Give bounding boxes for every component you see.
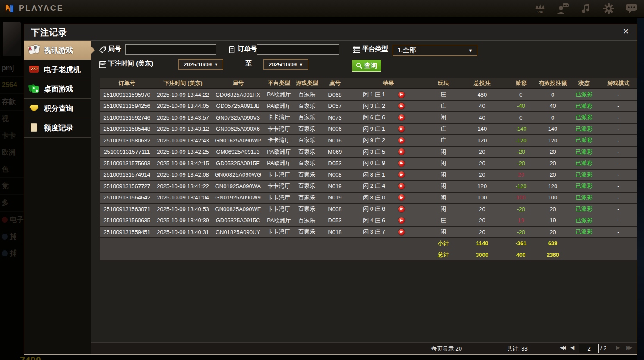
platform-select[interactable]: 1.全部 ▼ bbox=[393, 45, 477, 56]
table-row: 2510091315942562025-10-09 13:44:05GD0572… bbox=[100, 101, 637, 113]
cell-play: 闲 bbox=[427, 194, 460, 202]
round-input[interactable] bbox=[125, 44, 216, 55]
search-button[interactable]: 查询 bbox=[352, 60, 381, 72]
cell-valid: 19 bbox=[537, 217, 569, 224]
round-label: 局号 bbox=[108, 45, 121, 53]
column-header: 游戏类型 bbox=[294, 79, 320, 87]
replay-video-icon[interactable] bbox=[398, 103, 405, 109]
total-total-bet: 3000 bbox=[460, 252, 505, 258]
column-header: 派彩 bbox=[505, 79, 537, 87]
cell-game: 百家乐 bbox=[294, 102, 320, 110]
replay-video-icon[interactable] bbox=[398, 126, 405, 132]
sidebar-item-label: 电子老虎机 bbox=[44, 65, 81, 75]
cell-valid: 20 bbox=[537, 171, 569, 178]
cell-game: 百家乐 bbox=[294, 91, 320, 98]
sidebar-item[interactable]: 视讯游戏 bbox=[24, 41, 91, 60]
cell-order: 251009131575693 bbox=[100, 160, 154, 167]
sidebar-item[interactable]: 积分查询 bbox=[24, 99, 91, 118]
replay-video-icon[interactable] bbox=[398, 229, 405, 235]
cell-valid: 20 bbox=[537, 206, 569, 212]
doc-icon bbox=[28, 123, 40, 133]
cell-status: 已派彩 bbox=[569, 114, 600, 121]
sidebar-item-label: 桌面游戏 bbox=[44, 84, 73, 94]
cell-payout: -20 bbox=[505, 229, 537, 235]
column-header: 玩法 bbox=[427, 79, 460, 87]
support-icon[interactable] bbox=[556, 2, 569, 15]
replay-video-icon[interactable] bbox=[398, 194, 405, 201]
next-page-icon[interactable]: ▶ bbox=[616, 344, 620, 351]
close-icon[interactable]: × bbox=[620, 26, 631, 37]
cell-mode: - bbox=[600, 103, 637, 109]
table-row: 2510091315854482025-10-09 13:43:12GN0062… bbox=[100, 124, 637, 136]
cell-table: D053 bbox=[320, 217, 350, 224]
replay-video-icon[interactable] bbox=[398, 92, 405, 98]
replay-video-icon[interactable] bbox=[398, 206, 405, 212]
replay-video-icon[interactable] bbox=[398, 114, 405, 121]
page-input[interactable] bbox=[579, 344, 599, 353]
replay-video-icon[interactable] bbox=[398, 137, 405, 144]
filter-panel: 局号 订单号 平台类型 1.全部 ▼ bbox=[91, 41, 637, 78]
cell-payout: -120 bbox=[505, 137, 537, 144]
settings-icon[interactable] bbox=[602, 2, 615, 15]
cell-status: 已派彩 bbox=[569, 91, 600, 98]
subtotal-payout: -361 bbox=[505, 240, 537, 246]
replay-video-icon[interactable] bbox=[398, 148, 405, 155]
cell-bet: 100 bbox=[460, 194, 505, 201]
replay-video-icon[interactable] bbox=[398, 217, 405, 224]
cell-status: 已派彩 bbox=[569, 205, 600, 213]
pagination-bar: 每页显示 20 共计: 33 ◀◀ ◀ / 2 ▶ ▶▶ bbox=[91, 342, 637, 354]
prev-page-icon[interactable]: ◀ bbox=[570, 344, 574, 351]
chevron-down-icon: ▼ bbox=[214, 63, 218, 67]
sidebar-item[interactable]: 电子老虎机 bbox=[24, 60, 91, 79]
vip-icon[interactable]: VIP bbox=[534, 2, 547, 15]
bet-records-dialog: 下注记录 × 视讯游戏电子老虎机桌面游戏积分查询额度记录 局号 订单号 bbox=[24, 24, 637, 355]
cell-platform: 卡卡湾厅 bbox=[264, 182, 294, 190]
total-count-label: 共计: 33 bbox=[507, 345, 528, 353]
replay-video-icon[interactable] bbox=[398, 183, 405, 189]
cell-play: 闲 bbox=[427, 114, 460, 121]
table-row: 2510091315927462025-10-09 13:43:57GN0732… bbox=[100, 112, 637, 124]
date-to-select[interactable]: 2025/10/09▼ bbox=[263, 59, 308, 70]
cell-payout: -40 bbox=[505, 103, 537, 109]
cell-mode: - bbox=[600, 194, 637, 201]
cell-mode: - bbox=[600, 160, 637, 167]
cell-table: N073 bbox=[320, 114, 350, 121]
cell-valid: 20 bbox=[537, 160, 569, 167]
dialog-titlebar: 下注记录 × bbox=[24, 24, 637, 41]
cell-round: GN07325A090V3 bbox=[212, 114, 264, 121]
cell-time: 2025-10-09 13:43:57 bbox=[154, 114, 212, 121]
tag-icon bbox=[99, 46, 106, 54]
cell-order: 251009131560635 bbox=[100, 217, 154, 224]
sidebar-item[interactable]: 额度记录 bbox=[24, 118, 91, 138]
last-page-icon[interactable]: ▶▶ bbox=[626, 344, 631, 351]
cell-status: 已派彩 bbox=[569, 182, 600, 190]
chat-icon[interactable] bbox=[625, 2, 638, 15]
cell-valid: 40 bbox=[537, 103, 569, 109]
cell-game: 百家乐 bbox=[294, 194, 320, 202]
date-from-select[interactable]: 2025/10/09▼ bbox=[178, 59, 223, 70]
cell-bet: 20 bbox=[460, 171, 505, 178]
music-icon[interactable] bbox=[579, 2, 592, 15]
cell-mode: - bbox=[600, 137, 637, 144]
sidebar-item-label: 视讯游戏 bbox=[44, 45, 73, 55]
cell-order: 251009131567727 bbox=[100, 183, 154, 189]
table-row: 2510091315630712025-10-09 13:40:53GN0082… bbox=[100, 204, 637, 215]
first-page-icon[interactable]: ◀◀ bbox=[560, 344, 564, 351]
cell-game: 百家乐 bbox=[294, 114, 320, 121]
cell-order: 251009131563071 bbox=[100, 206, 154, 212]
cell-game: 百家乐 bbox=[294, 148, 320, 156]
page-total-label: / 2 bbox=[600, 345, 606, 351]
table-row: 2510091315646422025-10-09 13:41:04GN0192… bbox=[100, 193, 637, 204]
order-input[interactable] bbox=[257, 44, 339, 55]
sidebar-item[interactable]: 桌面游戏 bbox=[24, 79, 91, 99]
cell-play: 庄 bbox=[427, 136, 460, 144]
cell-valid: 120 bbox=[537, 137, 569, 144]
table-row: 2510091315677272025-10-09 13:41:22GN0192… bbox=[100, 181, 637, 193]
platform-label: 平台类型 bbox=[362, 45, 388, 53]
result-text: 闲 3 庄 2 bbox=[350, 102, 398, 110]
cell-mode: - bbox=[600, 217, 637, 224]
replay-video-icon[interactable] bbox=[398, 160, 405, 167]
replay-video-icon[interactable] bbox=[398, 171, 405, 178]
cell-time: 2025-10-09 13:41:04 bbox=[154, 194, 212, 201]
total-label: 总计 bbox=[427, 251, 460, 259]
